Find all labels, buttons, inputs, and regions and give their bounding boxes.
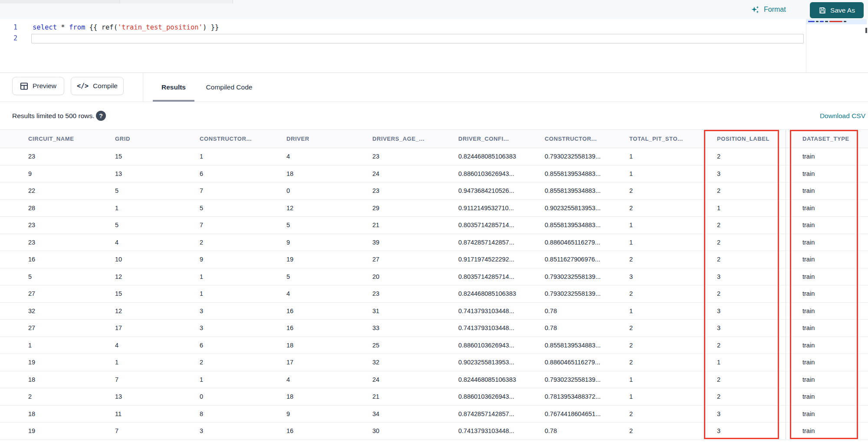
- table-cell: 23: [28, 222, 115, 228]
- column-header-constructor[interactable]: CONSTRUCTOR...: [200, 136, 286, 142]
- table-cell: 1: [629, 222, 717, 228]
- table-cell: 1: [629, 393, 717, 400]
- table-cell: 0.7930232558139...: [545, 153, 629, 160]
- column-header-total-pit-sto[interactable]: TOTAL_PIT_STO...: [629, 136, 717, 142]
- results-info-bar: Results limited to 500 rows. ? Download …: [0, 102, 868, 129]
- table-cell: 0.8558139534883...: [545, 222, 629, 228]
- table-cell: 32: [28, 307, 115, 314]
- table-cell: 4: [286, 153, 372, 160]
- active-line-highlight[interactable]: [31, 34, 804, 43]
- table-cell: 2: [629, 359, 717, 366]
- table-cell: 0.9112149532710...: [458, 205, 545, 212]
- table-cell: 0.8511627906976...: [545, 256, 629, 263]
- download-csv-link[interactable]: Download CSV: [820, 102, 865, 129]
- sql-code-editor[interactable]: 1 2 select * from {{ ref('train_test_pos…: [0, 19, 868, 73]
- table-cell: 18: [286, 170, 372, 177]
- table-row: 23429390.8742857142857...0.8860465116279…: [0, 234, 868, 251]
- table-cell: 0.7413793103448...: [458, 427, 545, 434]
- table-cell: 2: [717, 239, 802, 246]
- column-header-circuit-name[interactable]: CIRCUIT_NAME: [28, 136, 115, 142]
- table-cell: 0.9023255813953...: [458, 359, 545, 366]
- table-cell: 2: [200, 239, 286, 246]
- table-cell: 2: [629, 342, 717, 349]
- column-header-dataset-type[interactable]: DATASET_TYPE: [802, 136, 868, 142]
- table-cell: 23: [372, 290, 458, 297]
- save-icon: [819, 7, 826, 14]
- table-cell: 0.8860103626943...: [458, 170, 545, 177]
- table-cell: 2: [717, 153, 802, 160]
- table-cell: 9: [200, 256, 286, 263]
- table-cell: 15: [115, 290, 200, 297]
- column-header-driver-confi[interactable]: DRIVER_CONFI...: [458, 136, 545, 142]
- table-cell: train: [802, 205, 868, 212]
- table-cell: 12: [286, 205, 372, 212]
- table-cell: 10: [115, 256, 200, 263]
- editor-minimap[interactable]: [806, 19, 866, 73]
- table-cell: 19: [28, 427, 115, 434]
- table-row: 1610919270.9171974522292...0.85116279069…: [0, 251, 868, 268]
- table-cell: 18: [286, 342, 372, 349]
- table-cell: 31: [372, 307, 458, 314]
- table-cell: 16: [286, 324, 372, 331]
- table-cell: 2: [200, 359, 286, 366]
- table-cell: 1: [717, 359, 802, 366]
- table-row: 271514230.8244680851063830.7930232558139…: [0, 285, 868, 303]
- table-cell: 0.78: [545, 324, 629, 331]
- table-cell: 2: [717, 342, 802, 349]
- column-divider-line: [786, 130, 786, 439]
- editor-header-bar: Format Save As: [0, 0, 868, 19]
- table-cell: 18: [28, 410, 115, 417]
- table-cell: 2: [717, 376, 802, 383]
- table-cell: 18: [28, 376, 115, 383]
- help-icon[interactable]: ?: [96, 111, 106, 121]
- table-cell: 0.7930232558139...: [545, 290, 629, 297]
- tab-results[interactable]: Results: [153, 73, 194, 102]
- table-cell: 39: [372, 239, 458, 246]
- table-cell: 1: [629, 376, 717, 383]
- table-cell: 1: [200, 273, 286, 280]
- table-cell: train: [802, 376, 868, 383]
- table-cell: 25: [372, 342, 458, 349]
- table-cell: 21: [372, 222, 458, 228]
- editor-scrollbar-thumb[interactable]: [865, 28, 867, 33]
- table-cell: 3: [717, 170, 802, 177]
- preview-button[interactable]: Preview: [12, 77, 64, 95]
- table-cell: 0: [200, 393, 286, 400]
- column-header-grid[interactable]: GRID: [115, 136, 200, 142]
- compile-button[interactable]: </> Compile: [71, 77, 124, 95]
- line-number-1: 1: [0, 22, 17, 33]
- table-cell: 3: [629, 273, 717, 280]
- table-cell: 23: [372, 187, 458, 194]
- table-row: 14618250.8860103626943...0.8558139534883…: [0, 337, 868, 354]
- table-cell: 12: [115, 307, 200, 314]
- table-cell: 30: [372, 427, 458, 434]
- column-header-driver[interactable]: DRIVER: [286, 136, 372, 142]
- table-cell: 4: [286, 376, 372, 383]
- table-cell: 0.8860465116279...: [545, 239, 629, 246]
- table-cell: 3: [200, 324, 286, 331]
- tab-compiled-code[interactable]: Compiled Code: [201, 73, 258, 102]
- table-cell: 1: [717, 205, 802, 212]
- table-row: 22570230.9473684210526...0.8558139534883…: [0, 182, 868, 200]
- table-cell: 13: [115, 170, 200, 177]
- format-button[interactable]: Format: [751, 3, 786, 16]
- format-button-label: Format: [764, 6, 786, 13]
- column-header-constructor[interactable]: CONSTRUCTOR...: [545, 136, 629, 142]
- toolbar-divider: [143, 73, 143, 102]
- table-cell: 2: [717, 187, 802, 194]
- ref-close-paren: ): [203, 23, 211, 31]
- table-cell: train: [802, 153, 868, 160]
- column-header-drivers-age[interactable]: DRIVERS_AGE_...: [372, 136, 458, 142]
- table-cell: train: [802, 359, 868, 366]
- results-limit-text: Results limited to 500 rows.: [12, 102, 95, 129]
- table-cell: 33: [372, 324, 458, 331]
- table-cell: 0.8558139534883...: [545, 342, 629, 349]
- table-cell: 0.8860465116279...: [545, 359, 629, 366]
- save-as-button[interactable]: Save As: [810, 2, 864, 18]
- table-cell: 24: [372, 170, 458, 177]
- table-cell: 7: [115, 376, 200, 383]
- column-header-position-label[interactable]: POSITION_LABEL: [717, 136, 802, 142]
- code-line-1[interactable]: select * from {{ ref('train_test_positio…: [33, 22, 219, 33]
- table-cell: 12: [115, 273, 200, 280]
- table-cell: 0.78: [545, 307, 629, 314]
